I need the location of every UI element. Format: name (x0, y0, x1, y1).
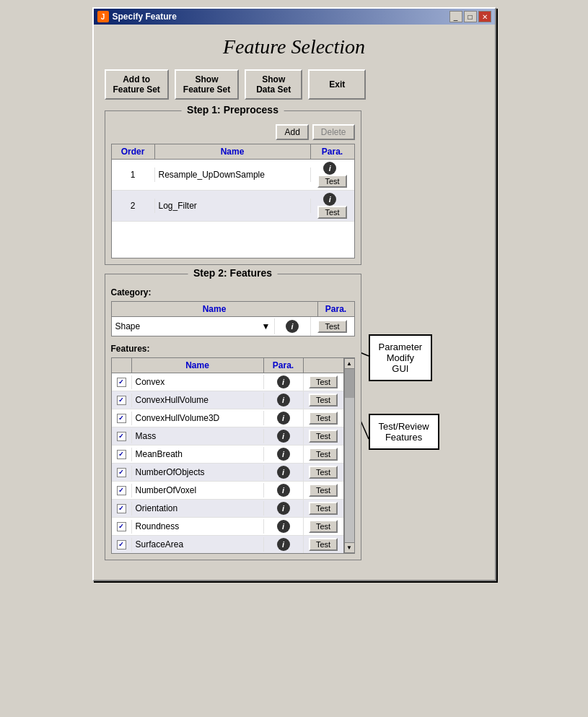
features-header: Name Para. (112, 358, 343, 373)
test-review-features-annotation: Test/Review Features (369, 414, 439, 450)
app-icon: J (97, 11, 109, 22)
category-table: Name Para. Shape ▼ i (111, 301, 355, 336)
category-select[interactable]: Shape ▼ (112, 318, 275, 334)
info-icon-convexhullvolume3d[interactable]: i (277, 412, 290, 425)
feature-checkbox-convex[interactable] (117, 378, 126, 387)
table-row: ConvexHullVolume i Test (112, 391, 343, 409)
title-controls: _ □ ✕ (449, 11, 491, 22)
info-icon-convexhullvolume[interactable]: i (277, 394, 290, 407)
preprocess-header: Order Name Para. (112, 144, 354, 160)
table-row: Convex i Test (112, 373, 343, 391)
title-bar: J Specify Feature _ □ ✕ (94, 9, 495, 25)
preprocess-table: Order Name Para. 1 Resample_UpDownSample… (111, 144, 355, 258)
col-name: Name (155, 144, 311, 159)
test-btn-1[interactable]: Test (317, 175, 346, 188)
category-value-row: Shape ▼ i Test (112, 317, 354, 336)
info-icon-numberofvoxel[interactable]: i (277, 484, 290, 497)
feat-col-para: Para. (264, 358, 304, 373)
parameter-modify-gui-annotation: Parameter Modify GUI (369, 334, 433, 381)
exit-button[interactable]: Exit (308, 69, 366, 100)
feature-checkbox-numberofobjects[interactable] (117, 468, 126, 477)
feat-col-test (304, 358, 343, 373)
test-meanbreath[interactable]: Test (309, 448, 338, 461)
feat-col-check (112, 358, 132, 373)
col-para: Para. (311, 144, 354, 159)
delete-preprocess-button[interactable]: Delete (312, 124, 355, 140)
category-test-cell: Test (311, 317, 354, 336)
scroll-thumb[interactable] (345, 369, 354, 398)
add-preprocess-button[interactable]: Add (276, 124, 308, 140)
show-data-set-button[interactable]: ShowData Set (245, 69, 302, 100)
step2-section: Step 2: Features Category: Name Para. (105, 274, 361, 560)
toolbar: Add toFeature Set ShowFeature Set ShowDa… (105, 69, 484, 100)
close-button[interactable]: ✕ (478, 11, 491, 22)
scroll-up-button[interactable]: ▲ (344, 358, 355, 369)
table-row: NumberOfObjects i Test (112, 464, 343, 482)
features-table: Name Para. Convex i Test (111, 357, 344, 554)
info-icon-mass[interactable]: i (277, 430, 290, 443)
test-mass[interactable]: Test (309, 430, 338, 443)
window-content: Feature Selection Add toFeature Set Show… (94, 25, 495, 580)
info-icon-roundness[interactable]: i (277, 520, 290, 533)
feature-checkbox-orientation[interactable] (117, 504, 126, 513)
test-convexhullvolume3d[interactable]: Test (309, 412, 338, 425)
table-row: Mass i Test (112, 427, 343, 446)
cat-col-para: Para. (318, 302, 354, 316)
table-row: NumberOfVoxel i Test (112, 482, 343, 500)
feature-checkbox-meanbreath[interactable] (117, 450, 126, 459)
category-test-button[interactable]: Test (317, 320, 346, 333)
table-row: 1 Resample_UpDownSample i Test (112, 160, 354, 191)
scroll-track (345, 369, 354, 542)
scroll-down-button[interactable]: ▼ (344, 542, 355, 553)
table-row: ConvexHullVolume3D i Test (112, 409, 343, 427)
scrollbar[interactable]: ▲ ▼ (344, 357, 355, 554)
feature-checkbox-convexhullvolume3d[interactable] (117, 414, 126, 423)
test-numberofvoxel[interactable]: Test (309, 484, 338, 497)
table-row: SurfaceArea i Test (112, 536, 343, 553)
info-icon-numberofobjects[interactable]: i (277, 466, 290, 479)
step1-section: Step 1: Preprocess Add Delete Order Name… (105, 110, 361, 265)
test-btn-2[interactable]: Test (317, 206, 346, 219)
feature-checkbox-surfacearea[interactable] (117, 540, 126, 549)
annotations-panel: Parameter Modify GUI Test/Review Feature… (361, 110, 484, 569)
page-title: Feature Selection (105, 35, 484, 58)
category-label: Category: (111, 287, 355, 297)
features-table-wrapper: Name Para. Convex i Test (111, 357, 355, 554)
test-surfacearea[interactable]: Test (309, 538, 338, 551)
add-to-feature-set-button[interactable]: Add toFeature Set (105, 69, 169, 100)
svg-line-0 (361, 323, 369, 356)
minimize-button[interactable]: _ (449, 11, 462, 22)
feature-checkbox-convexhullvolume[interactable] (117, 396, 126, 405)
test-numberofobjects[interactable]: Test (309, 466, 338, 479)
table-row: Orientation i Test (112, 500, 343, 518)
test-convex[interactable]: Test (309, 375, 338, 388)
category-para-cell: i (275, 317, 311, 336)
info-icon-orientation[interactable]: i (277, 502, 290, 515)
info-icon-surfacearea[interactable]: i (277, 538, 290, 551)
table-row: 2 Log_Filter i Test (112, 191, 354, 222)
show-feature-set-button[interactable]: ShowFeature Set (175, 69, 239, 100)
test-roundness[interactable]: Test (309, 520, 338, 533)
table-row: Roundness i Test (112, 518, 343, 536)
test-orientation[interactable]: Test (309, 502, 338, 515)
maximize-button[interactable]: □ (464, 11, 477, 22)
info-icon-convex[interactable]: i (277, 375, 290, 388)
dropdown-arrow-icon: ▼ (262, 321, 271, 331)
col-order: Order (112, 144, 155, 159)
feat-col-name: Name (132, 358, 264, 373)
step2-title: Step 2: Features (188, 267, 278, 279)
feature-checkbox-mass[interactable] (117, 432, 126, 441)
empty-rows (112, 222, 354, 258)
step1-title: Step 1: Preprocess (181, 104, 284, 116)
main-window: J Specify Feature _ □ ✕ Feature Selectio… (92, 7, 496, 581)
info-icon-meanbreath[interactable]: i (277, 448, 290, 461)
svg-line-1 (361, 323, 369, 439)
feature-checkbox-roundness[interactable] (117, 522, 126, 531)
category-info-icon[interactable]: i (286, 320, 299, 333)
features-label: Features: (111, 344, 355, 354)
feature-checkbox-numberofvoxel[interactable] (117, 486, 126, 495)
info-icon-2[interactable]: i (323, 193, 336, 206)
test-convexhullvolume[interactable]: Test (309, 394, 338, 407)
cat-col-name: Name (112, 302, 318, 316)
info-icon-1[interactable]: i (323, 162, 336, 175)
